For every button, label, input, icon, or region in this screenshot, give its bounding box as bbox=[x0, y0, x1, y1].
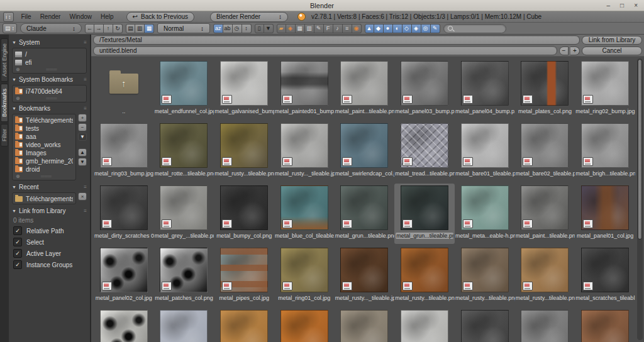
file-item[interactable]: metal_painted01_bump... bbox=[274, 59, 335, 119]
view-mode-button[interactable]: ▤ bbox=[126, 24, 135, 33]
file-item[interactable]: metal_swirlendcap_col.jpg bbox=[335, 121, 395, 182]
bookmark-item[interactable]: Téléchargements bbox=[15, 116, 73, 124]
link-option[interactable]: ✓Relative Path bbox=[13, 226, 87, 235]
close-button[interactable]: × bbox=[634, 2, 638, 9]
bookmark-options-button[interactable]: ▼ bbox=[78, 133, 87, 141]
back-to-previous-button[interactable]: ↩ Back to Previous bbox=[126, 12, 194, 22]
cancel-button[interactable]: Cancel bbox=[582, 47, 642, 55]
file-item[interactable]: metal_rusty..._tileable.jpg bbox=[274, 121, 335, 182]
file-item[interactable]: metal_blue_col_tileable... bbox=[274, 184, 335, 244]
editor-type-selector-file[interactable]: ▤↕ bbox=[3, 23, 17, 33]
bookmark-item[interactable]: tests bbox=[15, 124, 73, 133]
file-item[interactable]: metal_pipes_col.jpg bbox=[214, 246, 274, 306]
editor-type-selector[interactable]: i↕ bbox=[3, 12, 14, 22]
system-bookmark-item[interactable]: i74700deb64 bbox=[15, 87, 84, 96]
id-type-filter-button[interactable]: ✎ bbox=[431, 24, 440, 33]
search-input[interactable] bbox=[455, 25, 502, 32]
bookmark-item[interactable]: gmb_hermine_2013 bbox=[15, 157, 73, 165]
view-mode-button[interactable]: ▦ bbox=[145, 24, 154, 33]
link-option[interactable]: ✓Active Layer bbox=[13, 249, 87, 258]
file-item[interactable]: metal_rusty..._tileable.jpg bbox=[335, 246, 395, 306]
file-item[interactable]: metal_rusty...tileable.png bbox=[214, 121, 274, 182]
system-item[interactable]: / bbox=[15, 50, 84, 58]
recent-item[interactable]: Téléchargements bbox=[15, 195, 73, 203]
file-item[interactable] bbox=[575, 308, 635, 342]
clear-recent-button[interactable]: × bbox=[78, 192, 87, 201]
checkbox-checked-icon[interactable]: ✓ bbox=[13, 238, 22, 246]
checkbox-checked-icon[interactable]: ✓ bbox=[13, 226, 22, 235]
file-item[interactable]: metal_panel01_col.jpg bbox=[575, 184, 635, 244]
file-item[interactable]: metal_panel04_bump.p... bbox=[455, 59, 515, 119]
panel-header-bookmarks[interactable]: ▼ Bookmarks ≡ bbox=[12, 105, 87, 112]
decrement-button[interactable]: − bbox=[559, 47, 569, 55]
file-item[interactable]: metal_rusty...tileable.png bbox=[394, 246, 455, 306]
checkbox-checked-icon[interactable]: ✓ bbox=[13, 249, 22, 258]
menu-help[interactable]: Help bbox=[96, 13, 118, 20]
filename-input[interactable] bbox=[93, 46, 557, 55]
bookmark-item[interactable]: Images bbox=[15, 149, 73, 157]
file-item[interactable]: metal_grun...tileable.png bbox=[335, 184, 395, 244]
link-option[interactable]: ✓Instance Groups bbox=[13, 260, 87, 269]
id-type-filter-button[interactable]: ◇ bbox=[402, 24, 412, 33]
id-type-filter-button[interactable]: ◆ bbox=[374, 24, 384, 33]
file-item[interactable]: metal_panel02_col.jpg bbox=[94, 246, 154, 306]
file-item[interactable]: metal_ring03_bump.jpg bbox=[94, 121, 154, 182]
panel-header-link-from-library[interactable]: ▼ Link from Library ≡ bbox=[12, 207, 87, 214]
sort-button[interactable]: ↕ bbox=[242, 24, 252, 33]
file-type-filter-button[interactable]: ▰ bbox=[277, 24, 286, 33]
view-mode-button[interactable]: ▥ bbox=[135, 24, 145, 33]
file-item[interactable]: metal_endfunnel_col.jpg bbox=[154, 59, 214, 119]
file-type-filter-button[interactable]: ▦ bbox=[296, 24, 305, 33]
file-item[interactable] bbox=[455, 308, 515, 342]
file-item[interactable] bbox=[154, 308, 214, 342]
filter-toggle-button[interactable]: ▯ bbox=[255, 24, 264, 33]
move-bookmark-up-button[interactable]: ▲ bbox=[78, 148, 87, 157]
file-item[interactable]: metal_plates_col.png bbox=[515, 59, 575, 119]
id-type-filter-button[interactable]: ◈ bbox=[412, 24, 421, 33]
sort-button[interactable]: ab bbox=[223, 24, 233, 33]
sort-button[interactable]: ◷ bbox=[233, 24, 242, 33]
sidebar-tab-asset-engine[interactable]: Asset Engine bbox=[1, 38, 8, 82]
file-item[interactable]: metal_panel03_bump.p... bbox=[394, 59, 455, 119]
menu-window[interactable]: Window bbox=[65, 13, 96, 20]
file-item[interactable]: metal_grey_...tileable.png bbox=[154, 184, 214, 244]
bookmark-item[interactable]: droid bbox=[15, 165, 73, 174]
menu-render[interactable]: Render bbox=[36, 13, 65, 20]
maximize-button[interactable]: □ bbox=[620, 2, 624, 9]
refresh-button[interactable]: ↻ bbox=[113, 24, 123, 33]
file-item[interactable]: metal_grun...tileable.png bbox=[394, 184, 455, 244]
file-item[interactable]: metal_rusty...tileable.png bbox=[455, 246, 515, 306]
file-item[interactable]: metal_galvanised_bump... bbox=[214, 59, 274, 119]
asset-engine-select[interactable]: Claude ↕ bbox=[20, 23, 82, 33]
minimize-button[interactable]: – bbox=[607, 2, 611, 9]
file-item[interactable]: metal_paint...tileable.png bbox=[335, 59, 395, 119]
file-type-filter-button[interactable]: ▥ bbox=[305, 24, 314, 33]
file-item[interactable]: metal_ring01_col.jpg bbox=[274, 246, 335, 306]
checkbox-checked-icon[interactable]: ✓ bbox=[13, 260, 22, 269]
directory-path-input[interactable] bbox=[93, 35, 580, 45]
up-directory-button[interactable]: ↑ bbox=[104, 24, 113, 33]
file-type-filter-button[interactable]: F bbox=[324, 24, 333, 33]
panel-header-system-bookmarks[interactable]: ▼ System Bookmarks ≡ bbox=[12, 76, 87, 83]
file-type-filter-button[interactable]: ◉ bbox=[352, 24, 362, 33]
sort-button[interactable]: az bbox=[213, 24, 223, 33]
vertical-scrollbar[interactable] bbox=[637, 58, 643, 340]
file-item[interactable] bbox=[394, 308, 455, 342]
sort-mode-select[interactable]: Normal ↕ bbox=[157, 23, 210, 33]
panel-header-recent[interactable]: ▼ Recent ≡ bbox=[12, 184, 87, 190]
file-item[interactable]: ↑.. bbox=[94, 59, 154, 119]
file-item[interactable] bbox=[274, 308, 335, 342]
add-bookmark-button[interactable]: + bbox=[78, 114, 87, 122]
forward-button[interactable]: → bbox=[94, 24, 104, 33]
back-button[interactable]: ← bbox=[85, 24, 94, 33]
id-type-filter-button[interactable]: ● bbox=[384, 24, 393, 33]
file-item[interactable]: metal_tread...tileable.png bbox=[394, 121, 455, 182]
file-item[interactable] bbox=[335, 308, 395, 342]
file-type-filter-button[interactable]: ◈ bbox=[286, 24, 296, 33]
bookmark-item[interactable]: aaa bbox=[15, 133, 73, 141]
render-engine-select[interactable]: Blender Render ↕ bbox=[210, 12, 288, 22]
file-item[interactable] bbox=[94, 308, 154, 342]
file-item[interactable]: metal_paint...tileable.png bbox=[515, 184, 575, 244]
file-item[interactable]: metal_meta...eable-h.png bbox=[455, 184, 515, 244]
file-item[interactable]: metal_rotte...tileable.png bbox=[154, 121, 214, 182]
